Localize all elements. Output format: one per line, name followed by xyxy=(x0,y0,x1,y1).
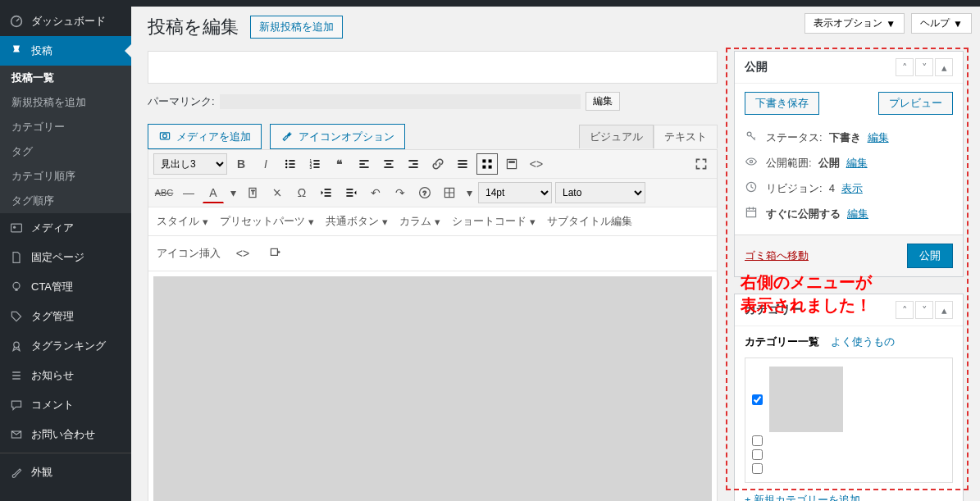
redo-button[interactable]: ↷ xyxy=(390,182,411,203)
publish-button[interactable]: 公開 xyxy=(907,244,953,268)
bullet-list-button[interactable] xyxy=(280,153,301,175)
sidebar-item-tag-ranking[interactable]: タグランキング xyxy=(0,331,131,361)
submenu-item[interactable]: カテゴリ順序 xyxy=(0,164,131,189)
move-up-button[interactable]: ˄ xyxy=(896,301,914,319)
save-draft-button[interactable]: 下書き保存 xyxy=(745,92,819,115)
table-dropdown[interactable]: ▾ xyxy=(463,182,475,203)
sidebar-item-pages[interactable]: 固定ページ xyxy=(0,243,131,272)
move-down-button[interactable]: ˅ xyxy=(915,58,933,76)
bold-button[interactable]: B xyxy=(230,153,252,175)
sidebar-item-news[interactable]: お知らせ xyxy=(0,361,131,390)
code-icon[interactable]: <> xyxy=(232,243,253,264)
permalink-url[interactable] xyxy=(220,94,581,109)
add-media-button[interactable]: メディアを追加 xyxy=(148,124,262,149)
category-checkbox[interactable] xyxy=(752,435,763,446)
preset-dropdown[interactable]: プリセットパーツ ▾ xyxy=(220,214,314,229)
icon-options-button[interactable]: アイコンオプション xyxy=(270,124,405,149)
font-family-select[interactable]: Lato xyxy=(555,182,645,203)
page-icon xyxy=(8,249,25,266)
style-dropdown[interactable]: スタイル ▾ xyxy=(157,214,208,229)
submenu-item[interactable]: 投稿一覧 xyxy=(0,66,131,90)
table-button[interactable] xyxy=(439,182,460,203)
tab-visual[interactable]: ビジュアル xyxy=(579,125,654,148)
toolbar-toggle-button[interactable] xyxy=(476,153,498,175)
clear-format-button[interactable] xyxy=(267,182,288,203)
svg-rect-12 xyxy=(289,163,294,165)
move-to-trash-link[interactable]: ゴミ箱へ移動 xyxy=(745,248,809,263)
svg-rect-43 xyxy=(325,195,331,197)
sidebar-item-comments[interactable]: コメント xyxy=(0,390,131,420)
edit-status-link[interactable]: 編集 xyxy=(868,130,889,145)
tab-most-used[interactable]: よく使うもの xyxy=(831,335,895,349)
post-title-input[interactable] xyxy=(148,51,718,84)
browse-revisions-link[interactable]: 表示 xyxy=(841,181,863,196)
hr-button[interactable]: — xyxy=(178,182,199,203)
category-checkbox[interactable] xyxy=(752,463,763,474)
collapse-button[interactable]: ▴ xyxy=(935,301,953,319)
category-checkbox[interactable] xyxy=(752,449,763,460)
collapse-button[interactable]: ▴ xyxy=(935,58,953,76)
submenu-item[interactable]: タグ xyxy=(0,139,131,164)
common-button-dropdown[interactable]: 共通ボタン ▾ xyxy=(326,214,388,229)
help-button[interactable]: ヘルプ ▼ xyxy=(911,13,972,34)
category-checkbox[interactable] xyxy=(752,394,763,405)
add-category-link[interactable]: + 新規カテゴリーを追加 xyxy=(745,493,953,501)
add-new-post-button[interactable]: 新規投稿を追加 xyxy=(250,16,343,39)
fullscreen-button[interactable] xyxy=(691,153,712,175)
sidebar-label: コメント xyxy=(31,398,74,412)
edit-visibility-link[interactable]: 編集 xyxy=(846,156,868,171)
submenu-item[interactable]: カテゴリー xyxy=(0,115,131,139)
screen-options-button[interactable]: 表示オプション ▼ xyxy=(805,13,905,34)
tab-all-categories[interactable]: カテゴリー一覧 xyxy=(745,335,819,349)
number-list-button[interactable]: 123 xyxy=(304,153,326,175)
permalink-label: パーマリンク: xyxy=(148,94,215,109)
sidebar-item-cta[interactable]: CTA管理 xyxy=(0,272,131,302)
align-center-button[interactable] xyxy=(378,153,399,175)
key-icon xyxy=(745,130,759,145)
link-button[interactable] xyxy=(427,153,449,175)
strikethrough-button[interactable]: ABC xyxy=(153,182,175,203)
preformatted-button[interactable] xyxy=(501,153,522,175)
tab-text[interactable]: テキスト xyxy=(654,125,718,148)
sidebar-item-tag-manage[interactable]: タグ管理 xyxy=(0,302,131,331)
undo-button[interactable]: ↶ xyxy=(365,182,386,203)
sidebar-item-posts[interactable]: 投稿 xyxy=(0,36,131,66)
shortcode-dropdown[interactable]: ショートコード ▾ xyxy=(452,214,536,229)
sidebar-item-appearance[interactable]: 外観 xyxy=(0,458,131,487)
more-button[interactable] xyxy=(452,153,473,175)
font-size-select[interactable]: 14pt xyxy=(478,182,552,203)
format-select[interactable]: 見出し3 xyxy=(153,153,227,175)
tag-icon xyxy=(8,308,25,325)
help-button[interactable]: ? xyxy=(414,182,435,203)
italic-button[interactable]: I xyxy=(255,153,276,175)
special-char-button[interactable]: Ω xyxy=(291,182,312,203)
move-up-button[interactable]: ˄ xyxy=(896,58,914,76)
indent-button[interactable] xyxy=(340,182,362,203)
text-color-dropdown[interactable]: ▾ xyxy=(227,182,239,203)
text-color-button[interactable]: A xyxy=(203,182,224,203)
sidebar-item-dashboard[interactable]: ダッシュボード xyxy=(0,7,131,36)
blockquote-button[interactable]: ❝ xyxy=(329,153,350,175)
submenu-item[interactable]: タグ順序 xyxy=(0,189,131,213)
sidebar-column: 右側のメニューが 表示されました！ 公開 ˄ ˅ ▴ 下書き保 xyxy=(734,51,964,501)
table-insert-icon[interactable] xyxy=(265,243,286,264)
outdent-button[interactable] xyxy=(316,182,337,203)
sidebar-item-media[interactable]: メディア xyxy=(0,213,131,243)
subtitle-edit[interactable]: サブタイトル編集 xyxy=(547,214,632,229)
move-down-button[interactable]: ˅ xyxy=(915,301,933,319)
align-right-button[interactable] xyxy=(403,153,424,175)
sidebar-item-contact[interactable]: お問い合わせ xyxy=(0,420,131,449)
align-left-button[interactable] xyxy=(353,153,375,175)
permalink-edit-button[interactable]: 編集 xyxy=(586,92,620,111)
preview-button[interactable]: プレビュー xyxy=(878,92,953,115)
column-dropdown[interactable]: カラム ▾ xyxy=(399,214,440,229)
category-tabs: カテゴリー一覧 よく使うもの xyxy=(745,335,953,349)
visibility-value: 公開 xyxy=(818,156,840,171)
editor-content-area[interactable] xyxy=(153,276,712,501)
code-button[interactable]: <> xyxy=(526,153,547,175)
icon-insert-label[interactable]: アイコン挿入 xyxy=(157,246,221,261)
paste-text-button[interactable]: T xyxy=(242,182,263,203)
camera-icon xyxy=(158,129,171,144)
submenu-item[interactable]: 新規投稿を追加 xyxy=(0,90,131,115)
edit-schedule-link[interactable]: 編集 xyxy=(847,207,868,221)
